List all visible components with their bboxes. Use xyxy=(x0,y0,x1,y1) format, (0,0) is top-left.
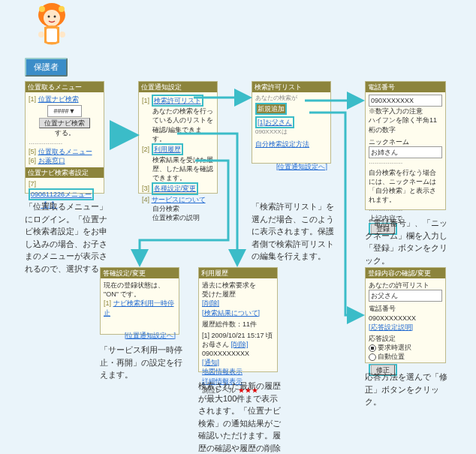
arrows xyxy=(0,0,476,454)
stage: 保護者 位置取るメニュー [1] 位置ナビ検索 ####▼ 位置ナビ検索 する。… xyxy=(0,0,476,454)
